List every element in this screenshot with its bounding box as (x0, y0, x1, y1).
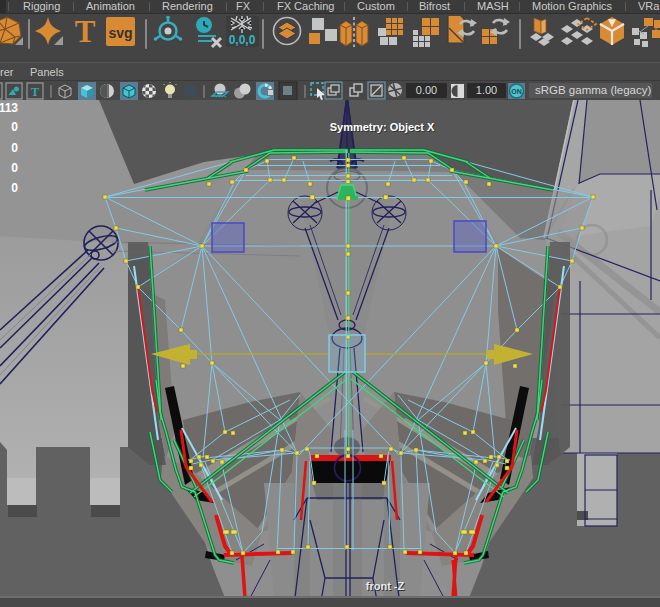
svg-text:0,0,0: 0,0,0 (229, 33, 256, 47)
svg-text:T: T (31, 85, 39, 99)
svg-text:svg: svg (108, 25, 132, 41)
svg-text:0: 0 (11, 161, 18, 175)
svg-text:T: T (75, 16, 96, 49)
svg-text:ON: ON (511, 88, 522, 95)
svg-text:113: 113 (0, 101, 18, 115)
svg-text:front -Z: front -Z (366, 580, 405, 592)
svg-text:Symmetry: Object X: Symmetry: Object X (330, 121, 435, 133)
svg-text:0: 0 (11, 181, 18, 195)
svg-text:0: 0 (11, 141, 18, 155)
svg-text:0: 0 (11, 120, 18, 134)
